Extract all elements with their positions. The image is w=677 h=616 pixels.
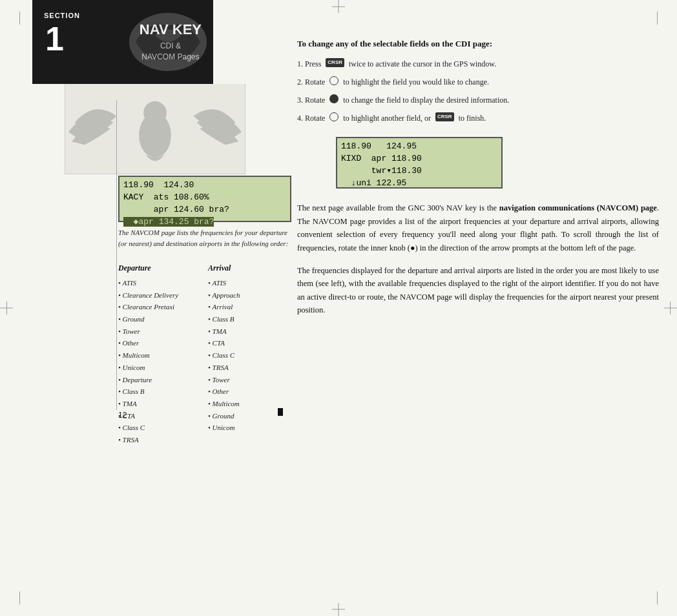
departure-list-item: Multicom	[118, 349, 202, 362]
step-3-num: 3. Rotate	[297, 94, 327, 106]
arrival-list-item: Class B	[208, 313, 291, 325]
page-number: 12	[118, 411, 127, 420]
screen-line-2: KACY ats 108.60%	[123, 192, 286, 204]
arrival-list-item: TMA	[208, 325, 291, 338]
left-panel: SECTION 1 NAV KEY CDI & NAVCOM Pages	[32, 0, 278, 439]
screen-line-1: 118.90 124.30	[123, 180, 286, 192]
step-1-num: 1. Press	[297, 58, 323, 70]
departure-list-item: Ground	[118, 313, 202, 325]
arrival-list-item: Class C	[208, 349, 291, 362]
departure-list-item: Other	[118, 337, 202, 349]
arrival-column: Arrival ATISApproachArrivalClass BTMACTA…	[208, 263, 291, 446]
arrival-list-item: Unicom	[208, 422, 291, 434]
arrival-list-item: TRSA	[208, 362, 291, 374]
outer-knob-icon-4	[329, 112, 338, 121]
departure-title: Departure	[118, 263, 202, 273]
body-paragraph-2: The frequencies displayed for the depart…	[297, 264, 659, 318]
arrival-list-item: Approach	[208, 289, 291, 302]
section-number: 1	[45, 19, 64, 58]
arrival-list-item: ATIS	[208, 277, 291, 289]
arrival-list-item: Other	[208, 385, 291, 398]
screen2-line-4: ↓uni 122.95	[341, 178, 497, 190]
screen2-line-1: 118.90 124.95	[341, 141, 497, 153]
instruction-step-2: 2. Rotate to highlight the field you wou…	[297, 76, 659, 88]
departure-list-item: Unicom	[118, 362, 202, 374]
departure-list-item: Clearance Delivery	[118, 289, 202, 302]
outer-knob-icon-2	[329, 76, 338, 85]
departure-list-item: TRSA	[118, 434, 202, 446]
instruction-step-3: 3. Rotate to change the field to display…	[297, 94, 659, 106]
arrival-title: Arrival	[208, 263, 291, 273]
inner-knob-icon-3	[329, 94, 338, 103]
frequency-lists: Departure ATISClearance DeliveryClearanc…	[118, 263, 291, 446]
screen2-line-3: twr▾118.30	[341, 165, 497, 178]
crsr-button-1: CRSR	[326, 58, 344, 67]
departure-list-item: TMA	[118, 398, 202, 410]
right-panel: To change any of the selectable fields o…	[297, 39, 659, 326]
departure-list-item: Clearance Pretaxi	[118, 301, 202, 313]
step-4-text: to highlight another field, or	[341, 112, 433, 124]
departure-items: ATISClearance DeliveryClearance PretaxiG…	[118, 277, 202, 446]
garmin-watermark	[116, 0, 213, 84]
instruction-step-1: 1. Press CRSR twice to activate the curs…	[297, 58, 659, 70]
departure-list-item: Tower	[118, 325, 202, 338]
departure-column: Departure ATISClearance DeliveryClearanc…	[118, 263, 202, 446]
step-4-end: to finish.	[457, 112, 486, 124]
arrival-list-item: Arrival	[208, 301, 291, 313]
step-3-text: to change the field to display the desir…	[341, 94, 509, 106]
screen2-line-2: KIXD apr 118.90	[341, 153, 497, 165]
departure-list-item: CTA	[118, 410, 202, 422]
arrival-list-item: Tower	[208, 374, 291, 386]
vertical-divider	[116, 100, 117, 410]
section-end-marker	[278, 408, 283, 416]
gps-screen-2: 118.90 124.95 KIXD apr 118.90 twr▾118.30…	[336, 137, 503, 189]
navcom-caption: The NAVCOM page lists the frequencies fo…	[118, 227, 291, 249]
body-paragraph-1: The next page available from the GNC 300…	[297, 201, 659, 255]
step-1-text: twice to activate the cursor in the GPS …	[347, 58, 496, 70]
step-4-num: 4. Rotate	[297, 112, 327, 124]
header-box: SECTION 1 NAV KEY CDI & NAVCOM Pages	[32, 0, 213, 84]
crsr-button-4: CRSR	[435, 112, 454, 121]
departure-list-item: ATIS	[118, 277, 202, 289]
instructions-title: To change any of the selectable fields o…	[297, 39, 659, 49]
gps-screen-1: 118.90 124.30 KACY ats 108.60% apr 124.6…	[118, 176, 291, 222]
screen-line-4: ◆apr 134.25 bra?	[123, 216, 286, 229]
departure-list-item: Departure	[118, 374, 202, 386]
step-2-num: 2. Rotate	[297, 76, 327, 88]
step-2-text: to highlight the field you would like to…	[341, 76, 489, 88]
instruction-step-4: 4. Rotate to highlight another field, or…	[297, 112, 659, 124]
departure-list-item: Class C	[118, 422, 202, 434]
screen-line-3: apr 124.60 bra?	[123, 204, 286, 216]
arrival-list-item: CTA	[208, 337, 291, 349]
logo-watermark	[65, 84, 245, 174]
departure-list-item: Class B	[118, 385, 202, 398]
section-label: SECTION	[44, 12, 80, 19]
